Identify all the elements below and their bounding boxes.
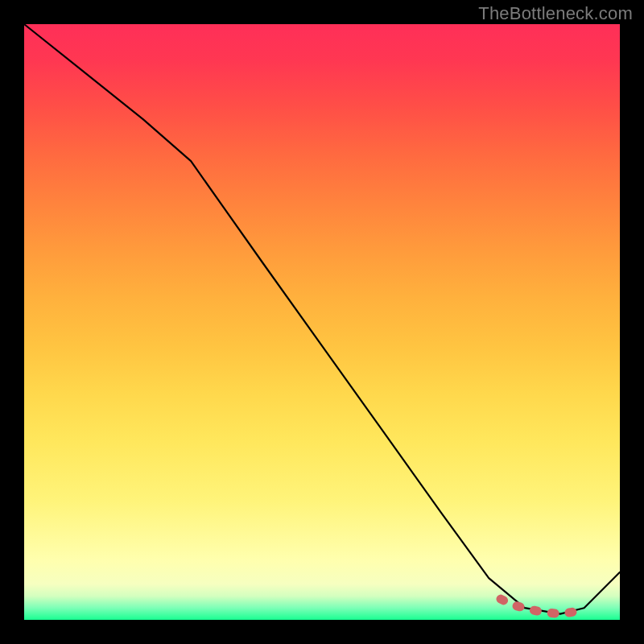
plot-area xyxy=(24,24,620,620)
bottleneck-curve-line xyxy=(24,24,620,614)
watermark-text: TheBottleneck.com xyxy=(478,3,633,24)
chart-svg xyxy=(24,24,620,620)
chart-frame: TheBottleneck.com xyxy=(0,0,644,644)
